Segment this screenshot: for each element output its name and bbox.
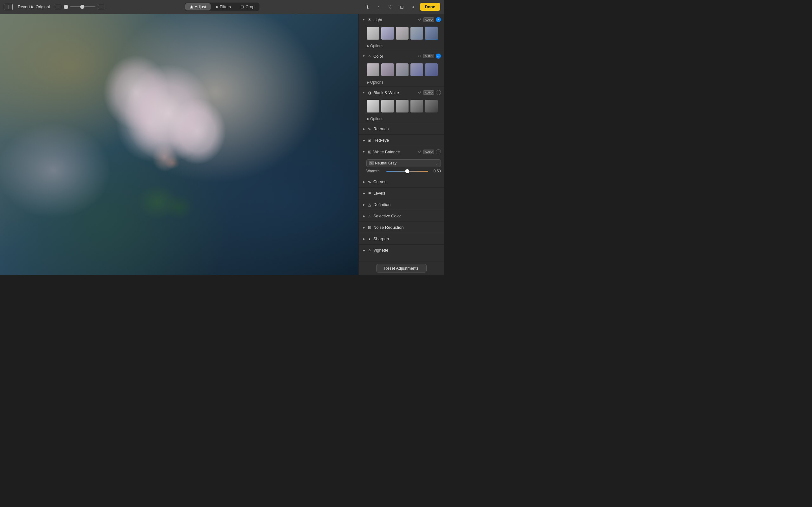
tab-adjust[interactable]: Adjust bbox=[185, 3, 211, 10]
sidebar-toggle-button[interactable] bbox=[4, 4, 13, 10]
selective-color-row[interactable]: Selective Color bbox=[359, 210, 444, 222]
color-thumb-2[interactable] bbox=[396, 63, 409, 76]
export-button[interactable] bbox=[397, 2, 407, 12]
color-header[interactable]: Color ↺ AUTO ✓ bbox=[359, 50, 444, 62]
bw-chevron bbox=[362, 91, 366, 95]
bw-thumb-3[interactable] bbox=[410, 100, 423, 113]
bw-thumb-4[interactable] bbox=[425, 100, 438, 113]
wb-label: White Balance bbox=[373, 150, 416, 154]
vignette-row[interactable]: Vignette bbox=[359, 245, 444, 256]
edit-more-button[interactable] bbox=[409, 2, 418, 12]
wb-preset-label: Neutral Gray bbox=[375, 161, 434, 165]
main-area: Light ↺ AUTO ✓ Options bbox=[0, 14, 444, 275]
light-revert-icon[interactable]: ↺ bbox=[417, 17, 421, 22]
light-check[interactable]: ✓ bbox=[436, 17, 441, 22]
color-check[interactable]: ✓ bbox=[436, 54, 441, 59]
bw-icon bbox=[367, 90, 372, 95]
adjust-tab-icon bbox=[190, 4, 193, 9]
light-thumb-0[interactable] bbox=[366, 26, 380, 40]
zoom-slider-track[interactable] bbox=[70, 6, 96, 7]
info-button[interactable] bbox=[363, 2, 372, 12]
color-thumb-4[interactable] bbox=[425, 63, 438, 76]
light-options-row[interactable]: Options bbox=[359, 43, 444, 50]
bw-options-row[interactable]: Options bbox=[359, 115, 444, 123]
adjustments-panel: Light ↺ AUTO ✓ Options bbox=[358, 14, 444, 275]
noise-reduction-row[interactable]: Noise Reduction bbox=[359, 222, 444, 233]
noise-reduction-chevron bbox=[362, 226, 366, 229]
selective-color-icon bbox=[367, 214, 372, 219]
color-options-row[interactable]: Options bbox=[359, 79, 444, 87]
tab-adjust-label: Adjust bbox=[195, 4, 206, 9]
light-auto-badge[interactable]: AUTO bbox=[423, 17, 434, 22]
color-chevron bbox=[362, 54, 366, 58]
light-thumb-3[interactable] bbox=[410, 26, 423, 40]
bw-auto-badge[interactable]: AUTO bbox=[423, 90, 434, 95]
wb-revert-icon[interactable]: ↺ bbox=[417, 150, 421, 154]
view-mode-icon[interactable] bbox=[55, 5, 61, 9]
bw-thumb-0[interactable] bbox=[366, 100, 380, 113]
expand-icon[interactable] bbox=[98, 5, 104, 9]
levels-row[interactable]: Levels bbox=[359, 187, 444, 199]
warmth-value: 0.50 bbox=[431, 169, 441, 173]
tab-crop-label: Crop bbox=[246, 4, 254, 9]
tab-filters[interactable]: Filters bbox=[211, 3, 235, 10]
selective-color-chevron bbox=[362, 214, 366, 218]
light-icon bbox=[367, 17, 372, 22]
bw-revert-icon[interactable]: ↺ bbox=[417, 90, 421, 95]
edit-more-icon bbox=[411, 4, 415, 9]
wb-controls: ↺ AUTO bbox=[417, 149, 441, 154]
revert-button[interactable]: Revert to Original bbox=[15, 3, 52, 10]
favorite-button[interactable] bbox=[386, 2, 395, 12]
retouch-row[interactable]: Retouch bbox=[359, 123, 444, 135]
sharpen-row[interactable]: Sharpen bbox=[359, 233, 444, 245]
selective-color-label: Selective Color bbox=[373, 214, 441, 218]
toolbar-center: Adjust Filters Crop bbox=[185, 3, 260, 11]
zoom-slider-thumb[interactable] bbox=[80, 5, 84, 9]
color-thumb-0[interactable] bbox=[366, 63, 380, 76]
light-controls: ↺ AUTO ✓ bbox=[417, 17, 441, 22]
toolbar: Revert to Original Adjust Filters Crop bbox=[0, 0, 444, 14]
color-thumb-1[interactable] bbox=[381, 63, 394, 76]
definition-icon bbox=[367, 202, 372, 207]
share-button[interactable] bbox=[374, 2, 384, 12]
redeye-chevron bbox=[362, 138, 366, 142]
light-header[interactable]: Light ↺ AUTO ✓ bbox=[359, 14, 444, 25]
definition-row[interactable]: Definition bbox=[359, 199, 444, 210]
noise-reduction-label: Noise Reduction bbox=[373, 225, 441, 230]
bw-thumb-1[interactable] bbox=[381, 100, 394, 113]
bw-options-chevron bbox=[366, 117, 370, 121]
retouch-chevron bbox=[362, 127, 366, 131]
light-thumb-2[interactable] bbox=[396, 26, 409, 40]
image-canvas bbox=[0, 14, 358, 275]
warmth-thumb[interactable] bbox=[405, 169, 409, 173]
bw-thumb-2[interactable] bbox=[396, 100, 409, 113]
bw-header[interactable]: Black & White ↺ AUTO bbox=[359, 87, 444, 98]
redeye-icon bbox=[367, 138, 372, 143]
color-controls: ↺ AUTO ✓ bbox=[417, 54, 441, 59]
wb-preset-dropdown[interactable]: ✎ Neutral Gray ⌄ bbox=[366, 159, 441, 167]
light-thumb-4[interactable] bbox=[425, 26, 438, 40]
color-revert-icon[interactable]: ↺ bbox=[417, 54, 421, 58]
sharpen-chevron bbox=[362, 237, 366, 241]
wb-check[interactable] bbox=[436, 149, 441, 154]
adjustments-list: Light ↺ AUTO ✓ Options bbox=[359, 14, 444, 261]
levels-chevron bbox=[362, 191, 366, 195]
retouch-icon bbox=[367, 126, 372, 131]
redeye-row[interactable]: Red-eye bbox=[359, 135, 444, 146]
done-button[interactable]: Done bbox=[420, 3, 441, 11]
tab-group: Adjust Filters Crop bbox=[185, 3, 260, 11]
warmth-slider[interactable] bbox=[386, 171, 428, 172]
curves-row[interactable]: Curves bbox=[359, 176, 444, 187]
color-auto-badge[interactable]: AUTO bbox=[423, 54, 434, 58]
light-thumbnails bbox=[359, 25, 444, 43]
tab-crop[interactable]: Crop bbox=[236, 3, 259, 10]
color-thumb-3[interactable] bbox=[410, 63, 423, 76]
light-thumb-1[interactable] bbox=[381, 26, 394, 40]
reset-adjustments-button[interactable]: Reset Adjustments bbox=[376, 264, 426, 273]
share-icon bbox=[378, 4, 380, 9]
wb-auto-badge[interactable]: AUTO bbox=[423, 150, 434, 154]
bw-check[interactable] bbox=[436, 90, 441, 95]
photo-background bbox=[0, 14, 358, 275]
crop-tab-icon bbox=[241, 4, 244, 9]
wb-header[interactable]: White Balance ↺ AUTO bbox=[359, 146, 444, 158]
